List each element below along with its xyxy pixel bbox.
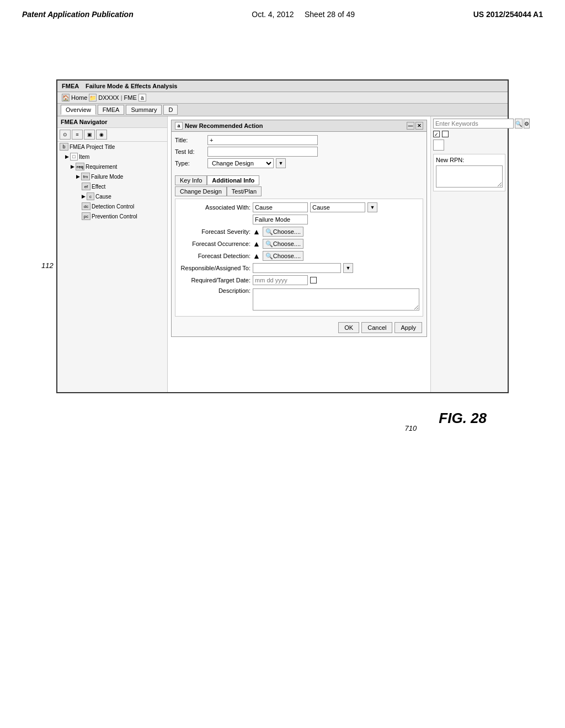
search-input[interactable] bbox=[433, 119, 514, 129]
breadcrumb-dxxxx[interactable]: DXXXX bbox=[98, 94, 119, 101]
tab-summary[interactable]: Summary bbox=[126, 105, 162, 115]
tree-icon-project: b bbox=[60, 143, 68, 151]
breadcrumb-home[interactable]: Home bbox=[71, 94, 87, 101]
subtab-change-design[interactable]: Change Design bbox=[175, 186, 227, 196]
tree-triangle-req: ▶ bbox=[71, 164, 74, 169]
occurrence-up-arrow[interactable]: ▲ bbox=[253, 239, 260, 248]
responsible-input[interactable] bbox=[253, 263, 341, 273]
tree-item-requirement[interactable]: ▶ req Requirement bbox=[57, 162, 167, 172]
tree-item-item[interactable]: ▶ □ Item bbox=[57, 152, 167, 162]
detection-search-icon: 🔍 bbox=[265, 253, 273, 260]
type-dropdown-btn[interactable]: ▼ bbox=[276, 158, 286, 168]
filter-checkbox2[interactable] bbox=[442, 131, 449, 137]
ref-710: 710 bbox=[405, 424, 417, 432]
associated-with-row: Associated With: ▼ bbox=[179, 202, 419, 212]
tree-item-cause[interactable]: ▶ c Cause bbox=[57, 191, 167, 201]
patent-header: Patent Application Publication Oct. 4, 2… bbox=[0, 0, 565, 24]
cancel-button[interactable]: Cancel bbox=[361, 322, 392, 333]
associated-dropdown[interactable]: ▼ bbox=[367, 202, 377, 212]
tree-triangle-fm: ▶ bbox=[76, 174, 80, 179]
severity-choose-btn[interactable]: 🔍 Choose.... bbox=[263, 227, 303, 237]
figure-label: FIG. 28 bbox=[439, 399, 503, 432]
apply-button[interactable]: Apply bbox=[395, 322, 422, 333]
title-input[interactable] bbox=[207, 135, 318, 145]
description-row: Description: bbox=[179, 287, 419, 311]
breadcrumb-fme[interactable]: FME bbox=[124, 94, 137, 101]
settings-icon-btn[interactable]: ⚙ bbox=[524, 119, 530, 129]
app-label: FMEA Failure Mode & Effects Analysis bbox=[62, 83, 177, 89]
breadcrumb-sep1: | bbox=[121, 94, 122, 101]
description-label: Description: bbox=[179, 287, 250, 294]
sidebar-btn-radio[interactable]: ◉ bbox=[96, 130, 107, 140]
target-date-checkbox[interactable] bbox=[310, 277, 317, 283]
patent-title: Patent Application Publication bbox=[22, 10, 134, 19]
filter-checkbox[interactable] bbox=[433, 131, 440, 137]
action-fields: Title: Test Id: Type: bbox=[172, 132, 427, 173]
panel-close-btn[interactable]: ✕ bbox=[415, 122, 423, 130]
search-icon-btn[interactable]: 🔍 bbox=[515, 119, 523, 129]
window-titlebar: FMEA Failure Mode & Effects Analysis bbox=[57, 81, 508, 92]
page-container: Patent Application Publication Oct. 4, 2… bbox=[0, 0, 565, 728]
tree-label-req: Requirement bbox=[86, 164, 117, 170]
sidebar-btn-menu[interactable]: ≡ bbox=[72, 130, 83, 140]
tree-icon-dc: dc bbox=[82, 202, 90, 210]
associated-cause2-input[interactable] bbox=[310, 202, 365, 212]
home-icon[interactable]: 🏠 bbox=[62, 94, 70, 101]
action-panel: a New Recommended Action — ✕ Title: bbox=[171, 120, 427, 337]
test-id-field-row: Test Id: bbox=[175, 147, 423, 157]
tree-triangle-item: ▶ bbox=[65, 154, 69, 159]
forecast-occurrence-row: Forecast Occurrence: ▲ 🔍 Choose.... bbox=[179, 239, 419, 249]
associated-cause1-input[interactable] bbox=[253, 202, 308, 212]
forecast-severity-label: Forecast Severity: bbox=[179, 228, 250, 235]
tree-label-project: FMEA Project Title bbox=[70, 144, 115, 150]
tree-item-detection[interactable]: dc Detection Control bbox=[57, 201, 167, 211]
failure-mode-input[interactable] bbox=[253, 215, 308, 224]
forecast-occurrence-label: Forecast Occurrence: bbox=[179, 240, 250, 247]
target-date-input[interactable] bbox=[253, 275, 308, 285]
type-select[interactable]: Change Design Test/Plan bbox=[207, 158, 274, 168]
action-panel-header: a New Recommended Action — ✕ bbox=[172, 120, 427, 132]
detection-choose-btn[interactable]: 🔍 Choose.... bbox=[263, 251, 303, 261]
ok-button[interactable]: OK bbox=[338, 322, 359, 333]
forecast-detection-row: Forecast Detection: ▲ 🔍 Choose.... bbox=[179, 251, 419, 261]
type-subtabs: Change Design Test/Plan bbox=[175, 186, 423, 196]
sidebar-btn-grid[interactable]: ▣ bbox=[84, 130, 95, 140]
subtab-test-plan[interactable]: Test/Plan bbox=[227, 186, 262, 196]
sidebar: FMEA Navigator ⊙ ≡ ▣ ◉ b FMEA Project Ti… bbox=[57, 116, 168, 392]
additional-info-form: Associated With: ▼ bbox=[175, 199, 423, 317]
tree-item-effect[interactable]: ef Effect bbox=[57, 181, 167, 191]
tree-item-failure-mode[interactable]: ▶ fm Failure Mode bbox=[57, 172, 167, 181]
test-id-input[interactable] bbox=[207, 147, 318, 157]
responsible-dropdown[interactable]: ▼ bbox=[343, 263, 353, 273]
occurrence-choose-text: Choose.... bbox=[273, 240, 301, 247]
detection-up-arrow[interactable]: ▲ bbox=[253, 251, 260, 260]
ref-112: 112 bbox=[41, 261, 54, 270]
panel-minimize-btn[interactable]: — bbox=[407, 122, 414, 130]
occurrence-choose-btn[interactable]: 🔍 Choose.... bbox=[263, 239, 303, 249]
responsible-label: Responsible/Assigned To: bbox=[179, 265, 250, 271]
tree-item-project[interactable]: b FMEA Project Title bbox=[57, 142, 167, 152]
new-rpn-input[interactable] bbox=[436, 165, 503, 188]
breadcrumb-icon-a: a bbox=[138, 94, 146, 101]
tab-key-info[interactable]: Key Info bbox=[175, 175, 207, 185]
patent-date-text: Oct. 4, 2012 bbox=[252, 10, 294, 19]
responsible-row: Responsible/Assigned To: ▼ bbox=[179, 263, 419, 273]
new-rpn-section: New RPN: bbox=[433, 154, 505, 191]
tab-d[interactable]: D bbox=[163, 105, 178, 115]
action-panel-title: New Recommended Action bbox=[185, 122, 263, 129]
sidebar-btn-circle[interactable]: ⊙ bbox=[60, 130, 71, 140]
tree-icon-effect: ef bbox=[82, 183, 90, 190]
large-checkbox[interactable] bbox=[433, 140, 444, 151]
detection-choose-text: Choose.... bbox=[273, 253, 301, 259]
panel-controls: — ✕ bbox=[407, 122, 423, 130]
description-textarea[interactable] bbox=[253, 288, 419, 311]
right-panel: 🔍 ⚙ New RPN: bbox=[430, 116, 508, 392]
app-breadcrumb: 🏠 Home 📁 DXXXX | FME a bbox=[57, 92, 508, 104]
tree-item-prevention[interactable]: pc Prevention Control bbox=[57, 211, 167, 221]
tab-fmea[interactable]: FMEA bbox=[98, 105, 125, 115]
tab-additional-info[interactable]: Additional Info bbox=[207, 175, 259, 185]
tab-overview[interactable]: Overview bbox=[61, 105, 96, 115]
severity-up-arrow[interactable]: ▲ bbox=[253, 227, 260, 236]
tree-label-item: Item bbox=[79, 154, 89, 160]
tree-label-cause: Cause bbox=[95, 194, 111, 200]
